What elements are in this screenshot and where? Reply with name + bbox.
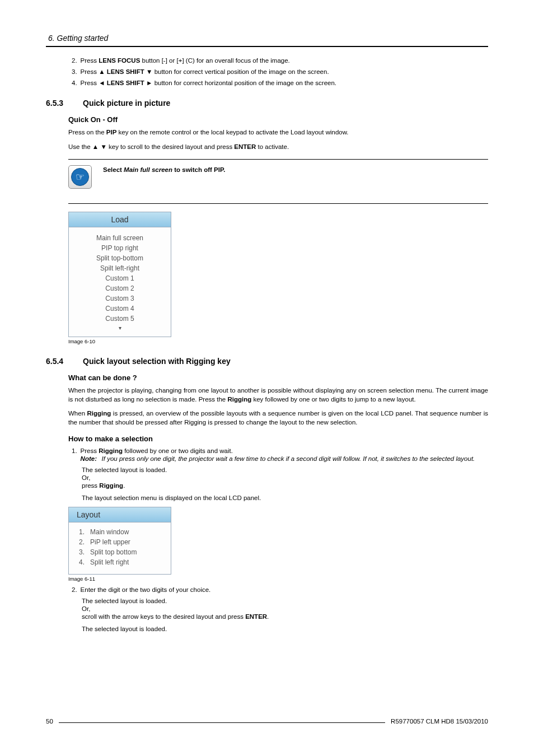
section-654: 6.5.4 Quick layout selection with Riggin… [46,357,488,366]
step-text: Press LENS FOCUS button [-] or [+] (C) f… [81,57,488,64]
step-note: Note:If you press only one digit, the pr… [81,455,488,462]
header-rule [46,46,488,47]
step-4: 4. Press ◄ LENS SHIFT ► button for corre… [72,80,488,86]
layout-menu-title: Layout [69,507,171,522]
section-title: Quick layout selection with Rigging key [83,357,231,366]
list-item: Main full screen [72,233,167,243]
substep: Or, [82,605,488,612]
doc-id: R59770057 CLM HD8 15/03/2010 [391,718,488,725]
list-item: 4.Split left right [77,557,166,567]
para-pip-2: Use the ▲ ▼ key to scroll to the desired… [68,143,488,152]
load-menu-body: Main full screen PIP top right Split top… [69,227,171,337]
layout-menu-figure: Layout 1.Main window 2.PiP left upper 3.… [68,507,171,575]
substep: press Rigging. [82,482,488,489]
pointing-hand-icon: ☞ [68,165,92,189]
list-item: Custom 4 [72,304,167,314]
list-item: Custom 5 [72,314,167,324]
step-text: Enter the digit or the two digits of you… [81,586,488,593]
subhead-howto: How to make a selection [68,435,488,443]
step-text: Press ▲ LENS SHIFT ▼ button for correct … [81,68,488,75]
chapter-header: 6. Getting started [48,34,488,43]
substep: Or, [82,474,488,481]
step-text: Press ◄ LENS SHIFT ► button for correct … [81,80,488,86]
howto-step-1: 1. Press Rigging followed by one or two … [72,447,488,454]
section-number: 6.5.3 [46,99,83,108]
caption-611: Image 6-11 [68,576,488,582]
list-item: PIP top right [72,243,167,253]
layout-menu-body: 1.Main window 2.PiP left upper 3.Split t… [69,522,171,574]
substep: The layout selection menu is displayed o… [82,494,488,501]
substep: The selected layout is loaded. [82,626,488,632]
page-number: 50 [46,718,53,725]
howto-step-2: 2. Enter the digit or the two digits of … [72,586,488,593]
subhead-quick-on-off: Quick On - Off [68,115,488,124]
list-item: Split top-bottom [72,253,167,263]
footer-rule [59,722,385,723]
caption-610: Image 6-10 [68,338,488,344]
step-3: 3. Press ▲ LENS SHIFT ▼ button for corre… [72,68,488,75]
list-item: Spilt left-right [72,263,167,273]
load-menu-title: Load [69,212,171,227]
step-num: 4. [72,80,77,86]
subhead-whatcanbedone: What can be done ? [68,374,488,382]
list-item: 3.Split top bottom [77,547,166,557]
note-text: Select Main full screen to switch off PI… [103,165,225,189]
page-footer: 50 R59770057 CLM HD8 15/03/2010 [46,718,488,725]
step-num: 3. [72,68,77,75]
list-item: 1.Main window [77,527,166,537]
section-653: 6.5.3 Quick picture in picture [46,99,488,108]
step-text: Press Rigging followed by one or two dig… [81,447,488,454]
para-wc2: When Rigging is pressed, an overview of … [68,409,488,427]
para-pip-1: Press on the PIP key on the remote contr… [68,128,488,137]
list-item: Custom 1 [72,273,167,283]
section-number: 6.5.4 [46,357,83,366]
section-title: Quick picture in picture [83,99,170,108]
step-num: 2. [72,586,77,593]
howto-step-1-note: 1. Note:If you press only one digit, the… [72,455,488,462]
substep: The selected layout is loaded. [82,598,488,604]
note-box: ☞ Select Main full screen to switch off … [68,159,488,204]
load-menu-figure: Load Main full screen PIP top right Spli… [68,212,171,337]
substep: The selected layout is loaded. [82,466,488,473]
chevron-down-icon: ▾ [72,324,167,332]
step-num: 2. [72,57,77,64]
list-item: 2.PiP left upper [77,537,166,547]
step-2: 2. Press LENS FOCUS button [-] or [+] (C… [72,57,488,64]
list-item: Custom 2 [72,283,167,293]
para-wc1: When the projector is playing, changing … [68,386,488,404]
list-item: Custom 3 [72,293,167,304]
step-num: 1. [72,447,77,454]
substep: scroll with the arrow keys to the desire… [82,613,488,620]
